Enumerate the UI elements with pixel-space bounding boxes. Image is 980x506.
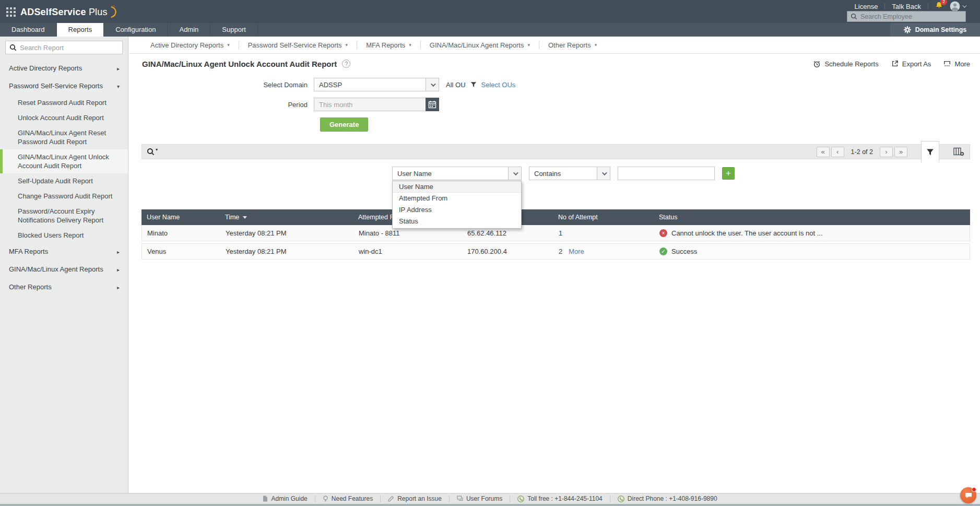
sidebar-item-label: GINA/Mac/Linux Agent Unlock Account Audi… <box>18 152 121 170</box>
license-link[interactable]: License <box>855 3 878 10</box>
nav-other-reports[interactable]: Other Reports▾ <box>539 41 606 49</box>
live-chat-button[interactable] <box>960 487 976 503</box>
caret-icon: ▾ <box>156 147 158 152</box>
brand: ADSelfService Plus <box>6 5 119 19</box>
filter-operator-select[interactable]: Contains <box>529 167 610 180</box>
cell-status: × Cannot unlock the user. The user accou… <box>654 229 970 237</box>
footer-bar: Admin Guide Need Features Report an Issu… <box>0 493 980 504</box>
cell-user-name: Minato <box>142 229 220 237</box>
filter-field-select[interactable]: User Name <box>392 167 522 180</box>
sidebar-item-self-update-audit-report[interactable]: Self-Update Audit Report <box>0 173 128 189</box>
sidebar-item-mfa-reports[interactable]: MFA Reports▸ <box>0 243 128 261</box>
dropdown-option-user-name[interactable]: User Name <box>393 181 521 193</box>
user-forums-link[interactable]: User Forums <box>449 496 510 502</box>
sidebar-item-unlock-account-audit-report[interactable]: Unlock Account Audit Report <box>0 110 128 125</box>
sidebar-item-password-account-expiry-notifications[interactable]: Password/Account Expiry Notifications De… <box>0 204 128 228</box>
sidebar-item-other-reports[interactable]: Other Reports▸ <box>0 278 128 296</box>
tab-support[interactable]: Support <box>210 23 258 37</box>
table-row[interactable]: Minato Yesterday 08:21 PM Minato - 8811 … <box>141 225 970 241</box>
add-filter-button[interactable]: + <box>722 167 735 180</box>
tab-reports[interactable]: Reports <box>57 23 104 37</box>
last-page-button[interactable]: » <box>894 147 907 157</box>
filter-row: User Name User Name Attempted From IP Ad… <box>392 167 970 180</box>
toll-free-number[interactable]: Toll free : +1-844-245-1104 <box>510 496 610 502</box>
sidebar-item-label: MFA Reports <box>9 247 48 256</box>
table-row[interactable]: Venus Yesterday 08:21 PM win-dc1 170.60.… <box>141 243 970 260</box>
error-icon: × <box>659 229 667 237</box>
need-features-link[interactable]: Need Features <box>315 496 380 502</box>
talk-back-link[interactable]: Talk Back <box>892 3 921 10</box>
sidebar-item-active-directory-reports[interactable]: Active Directory Reports▸ <box>0 60 128 77</box>
nav-label: MFA Reports <box>366 41 405 49</box>
export-icon <box>891 60 899 67</box>
column-chooser-button[interactable] <box>953 147 964 158</box>
column-header-user-name[interactable]: User Name <box>141 214 220 221</box>
employee-search-input[interactable] <box>860 13 962 20</box>
sidebar-item-reset-password-audit-report[interactable]: Reset Password Audit Report <box>0 95 128 110</box>
sidebar-item-blocked-users-report[interactable]: Blocked Users Report <box>0 228 128 243</box>
nav-label: Other Reports <box>548 41 591 49</box>
report-category-nav: Active Directory Reports▾ Password Self-… <box>129 37 980 54</box>
domain-settings-button[interactable]: Domain Settings <box>890 23 980 37</box>
sidebar-item-gina-agent-reports[interactable]: GINA/Mac/Linux Agent Reports▸ <box>0 261 128 278</box>
user-menu[interactable] <box>950 1 965 11</box>
select-domain-label: Select Domain <box>129 81 314 89</box>
lightbulb-icon <box>323 496 328 502</box>
chevron-right-icon: ▸ <box>117 283 120 292</box>
sidebar-item-change-password-audit-report[interactable]: Change Password Audit Report <box>0 189 128 204</box>
column-header-time[interactable]: Time <box>220 214 353 221</box>
column-header-no-of-attempt[interactable]: No of Attempt <box>553 214 654 221</box>
dropdown-option-status[interactable]: Status <box>393 216 521 227</box>
tab-admin[interactable]: Admin <box>168 23 210 37</box>
more-attempts-link[interactable]: More <box>569 248 584 255</box>
first-page-button[interactable]: « <box>817 147 830 157</box>
topbar-right: License Talk Back 2 <box>855 2 965 11</box>
chevron-down-icon: ▾ <box>409 42 411 48</box>
schedule-reports-button[interactable]: Schedule Reports <box>813 60 878 68</box>
export-as-button[interactable]: Export As <box>891 60 931 68</box>
status-text: Cannot unlock the user. The user account… <box>671 229 823 237</box>
help-icon[interactable]: ? <box>342 60 350 68</box>
dropdown-option-attempted-from[interactable]: Attempted From <box>393 193 521 204</box>
calendar-icon[interactable] <box>426 98 439 111</box>
more-button[interactable]: More <box>943 60 970 68</box>
previous-page-button[interactable]: ‹ <box>831 147 844 157</box>
cell-attempted-from: win-dc1 <box>353 248 462 255</box>
app-grid-icon[interactable] <box>6 7 16 17</box>
sidebar-item-gina-unlock-account-audit-report[interactable]: GINA/Mac/Linux Agent Unlock Account Audi… <box>0 149 128 173</box>
tab-configuration[interactable]: Configuration <box>104 23 168 37</box>
direct-phone-number[interactable]: Direct Phone : +1-408-916-9890 <box>610 496 725 502</box>
next-page-button[interactable]: › <box>880 147 893 157</box>
chevron-right-icon: ▸ <box>117 248 120 256</box>
ou-selection: All OU Select OUs <box>446 81 515 89</box>
column-header-status[interactable]: Status <box>654 214 970 221</box>
table-toolbar: ▾ « ‹ 1-2 of 2 › » <box>141 144 970 159</box>
nav-gina-agent-reports[interactable]: GINA/Mac/Linux Agent Reports▾ <box>420 41 539 49</box>
period-input[interactable] <box>314 98 426 111</box>
tab-dashboard[interactable]: Dashboard <box>0 23 57 37</box>
nav-mfa-reports[interactable]: MFA Reports▾ <box>357 41 420 49</box>
filter-value-input[interactable] <box>618 167 715 180</box>
sidebar-item-label: Password Self-Service Reports <box>9 81 103 90</box>
nav-active-directory-reports[interactable]: Active Directory Reports▾ <box>141 41 239 49</box>
report-search-box <box>5 41 123 54</box>
generate-button[interactable]: Generate <box>320 117 368 132</box>
select-ous-link[interactable]: Select OUs <box>481 81 516 89</box>
funnel-icon[interactable] <box>470 81 477 88</box>
filter-operator-value: Contains <box>529 170 561 178</box>
admin-guide-link[interactable]: Admin Guide <box>255 496 314 502</box>
domain-select[interactable]: ADSSP <box>314 78 439 91</box>
table-search-icon[interactable]: ▾ <box>147 148 158 156</box>
notifications-bell-icon[interactable]: 2 <box>935 1 943 11</box>
reports-sidebar: Active Directory Reports▸ Password Self-… <box>0 37 128 493</box>
filter-toggle-button[interactable] <box>921 141 939 163</box>
report-search-input[interactable] <box>20 44 119 52</box>
dropdown-option-ip-address[interactable]: IP Address <box>393 204 521 216</box>
report-an-issue-link[interactable]: Report an Issue <box>380 496 449 502</box>
chevron-down-icon: ▾ <box>227 42 230 48</box>
sidebar-item-gina-reset-password-audit-report[interactable]: GINA/Mac/Linux Agent Reset Password Audi… <box>0 125 128 149</box>
sidebar-item-label: Reset Password Audit Report <box>18 98 107 107</box>
sidebar-item-password-self-service-reports[interactable]: Password Self-Service Reports▾ <box>0 77 128 95</box>
search-icon[interactable] <box>851 13 857 20</box>
nav-password-self-service-reports[interactable]: Password Self-Service Reports▾ <box>239 41 357 49</box>
